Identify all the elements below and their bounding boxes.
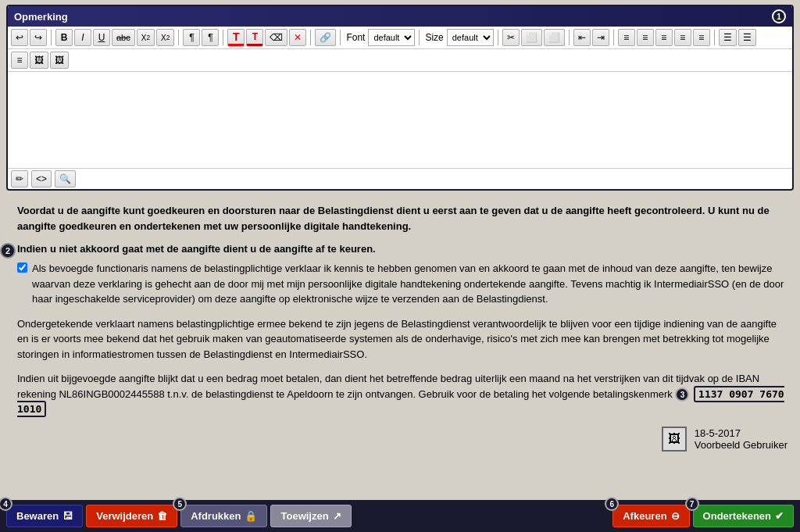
tb-sep3 — [223, 30, 223, 45]
row2-btn3[interactable]: 🖼 — [50, 52, 69, 69]
tb-sep5 — [340, 30, 341, 45]
redo-button[interactable]: ↪ — [30, 29, 47, 46]
footer-bar: 4 Bewaren 🖫 Verwijderen 🗑 5 Afdrukken 🔒 … — [0, 500, 800, 532]
size-label: Size — [425, 32, 443, 43]
editor-textarea[interactable] — [8, 72, 792, 166]
afkeuren-icon: ⊖ — [671, 510, 680, 522]
remove-format-button[interactable]: ✕ — [289, 29, 306, 46]
font-select[interactable]: default — [368, 29, 415, 46]
tb-sep2 — [178, 30, 179, 45]
edit-mode-button[interactable]: ✏ — [11, 170, 28, 187]
ondertekenen-label: Ondertekenen — [703, 510, 771, 522]
app-container: Opmerking 1 ↩ ↪ B I U abc X2 X2 ¶ ¶ T T … — [0, 0, 800, 532]
footer-left: 4 Bewaren 🖫 Verwijderen 🗑 5 Afdrukken 🔒 … — [6, 505, 352, 527]
paste-button[interactable]: ⬜ — [544, 29, 565, 46]
ondertekenen-button[interactable]: Ondertekenen ✔ — [693, 505, 794, 527]
align2-button[interactable]: ≡ — [637, 29, 654, 46]
para2-text: Ondergetekende verklaart namens belastin… — [17, 316, 788, 362]
toolbar-row1: ↩ ↪ B I U abc X2 X2 ¶ ¶ T T ⌫ ✕ 🔗 Font d… — [8, 27, 792, 49]
toolbar-row2: ≡ 🖼 🖼 — [8, 49, 792, 72]
subscript-button[interactable]: X2 — [137, 29, 155, 46]
indent-left-button[interactable]: ⇤ — [573, 29, 591, 46]
footer-right: 6 Afkeuren ⊖ 7 Ondertekenen ✔ — [612, 505, 794, 527]
zoom-button[interactable]: 🔍 — [55, 170, 76, 187]
content-wrapper: Voordat u de aangifte kunt goedkeuren en… — [12, 203, 788, 452]
align4-button[interactable]: ≡ — [674, 29, 691, 46]
bewaren-wrapper: 4 Bewaren 🖫 — [6, 505, 83, 527]
payment-text: Indien uit bijgevoegde aangifte blijkt d… — [17, 371, 788, 417]
toewijzen-label: Toewijzen — [280, 510, 328, 522]
afdrukken-wrapper: 5 Afdrukken 🔒 — [180, 505, 267, 527]
sig-name: Voorbeeld Gebruiker — [695, 439, 788, 451]
toewijzen-button[interactable]: Toewijzen ↗ — [270, 505, 351, 527]
code-mode-button[interactable]: <> — [31, 170, 52, 187]
cut-button[interactable]: ✂ — [502, 29, 520, 46]
copy-button[interactable]: ⬜ — [521, 29, 542, 46]
bewaren-label: Bewaren — [16, 510, 59, 522]
toewijzen-icon: ↗ — [333, 510, 341, 522]
tb-sep4 — [310, 30, 311, 45]
agreement-text: Als bevoegde functionaris namens de bela… — [32, 261, 788, 307]
underline-button[interactable]: U — [93, 29, 110, 46]
verwijderen-label: Verwijderen — [96, 510, 153, 522]
indent-right-button[interactable]: ⇥ — [592, 29, 609, 46]
afkeuren-label: Afkeuren — [623, 510, 666, 522]
align3-button[interactable]: ≡ — [655, 29, 673, 46]
tb-sep6 — [419, 30, 420, 45]
row2-btn2[interactable]: 🖼 — [30, 52, 48, 69]
tb-sep9 — [613, 30, 614, 45]
tb-sep7 — [498, 30, 498, 45]
editor-title: Opmerking — [14, 11, 68, 23]
badge-3: 3 — [675, 387, 689, 402]
afdrukken-label: Afdrukken — [191, 510, 241, 522]
row2-btn1[interactable]: ≡ — [11, 52, 28, 69]
bewaren-button[interactable]: Bewaren 🖫 — [6, 505, 83, 527]
editor-badge-1: 1 — [772, 9, 786, 23]
payment-text-prefix: Indien uit bijgevoegde aangifte blijkt d… — [17, 373, 759, 400]
font-label: Font — [346, 32, 365, 43]
size-select[interactable]: default — [447, 29, 494, 46]
superscript-button[interactable]: X2 — [156, 29, 174, 46]
editor-section: Opmerking 1 ↩ ↪ B I U abc X2 X2 ¶ ¶ T T … — [6, 5, 794, 191]
verwijderen-button[interactable]: Verwijderen 🗑 — [86, 505, 177, 527]
sig-info: 18-5-2017 Voorbeeld Gebruiker — [695, 427, 788, 451]
undo-button[interactable]: ↩ — [11, 29, 28, 46]
badge-7: 7 — [685, 497, 699, 511]
italic-button[interactable]: I — [74, 29, 91, 46]
strikethrough-button[interactable]: abc — [112, 29, 135, 46]
ondertekenen-icon: ✔ — [775, 510, 784, 522]
eraser-button[interactable]: ⌫ — [265, 29, 288, 46]
agreement-row: Als bevoegde functionaris namens de bela… — [17, 261, 788, 307]
editor-bottom-bar: ✏ <> 🔍 — [8, 168, 792, 189]
bewaren-icon: 🖫 — [62, 510, 73, 522]
list2-button[interactable]: ☰ — [738, 29, 756, 46]
tb-sep1 — [51, 30, 52, 45]
align1-button[interactable]: ≡ — [618, 29, 635, 46]
para2-button[interactable]: ¶ — [202, 29, 219, 46]
text-color-button[interactable]: T — [227, 29, 245, 46]
afdrukken-icon: 🔒 — [245, 510, 257, 522]
text-color2-button[interactable]: T — [246, 29, 263, 46]
afkeuren-button[interactable]: Afkeuren ⊖ — [612, 505, 689, 527]
align5-button[interactable]: ≡ — [693, 29, 710, 46]
afdrukken-button[interactable]: Afdrukken 🔒 — [180, 505, 267, 527]
editor-title-bar: Opmerking 1 — [8, 6, 792, 27]
content-section: Voordat u de aangifte kunt goedkeuren en… — [0, 195, 800, 500]
ondertekenen-wrapper: 7 Ondertekenen ✔ — [693, 505, 794, 527]
verwijderen-icon: 🗑 — [157, 510, 167, 522]
reject-text: Indien u niet akkoord gaat met de aangif… — [17, 243, 788, 255]
para1-button[interactable]: ¶ — [183, 29, 200, 46]
tb-sep10 — [714, 30, 715, 45]
tb-sep8 — [569, 30, 570, 45]
link-button[interactable]: 🔗 — [315, 29, 336, 46]
badge-2: 2 — [0, 243, 16, 259]
sig-date: 18-5-2017 — [695, 427, 788, 439]
sig-icon: 🖼 — [662, 427, 687, 452]
signature-row: 🖼 18-5-2017 Voorbeeld Gebruiker — [17, 427, 788, 452]
list1-button[interactable]: ☰ — [719, 29, 737, 46]
intro-text: Voordat u de aangifte kunt goedkeuren en… — [17, 203, 788, 234]
bold-button[interactable]: B — [55, 29, 73, 46]
afkeuren-wrapper: 6 Afkeuren ⊖ — [612, 505, 689, 527]
agreement-checkbox[interactable] — [17, 262, 27, 273]
